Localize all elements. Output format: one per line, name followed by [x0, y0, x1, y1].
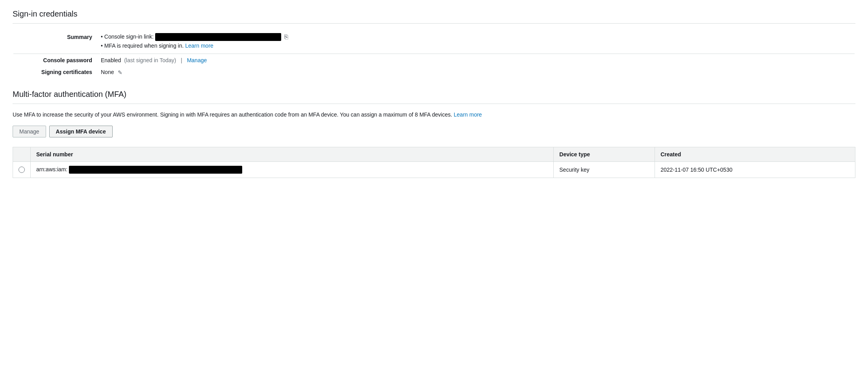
sign-in-credentials-section: Sign-in credentials Summary Console sign… — [13, 9, 855, 79]
table-cell-device-type: Security key — [554, 161, 655, 178]
summary-content: Console sign-in link: ⎘ MFA is required … — [101, 31, 855, 54]
mfa-table-header-row: Serial number Device type Created — [13, 147, 855, 161]
console-signin-url-redacted — [155, 33, 281, 41]
serial-number-redacted — [69, 166, 242, 174]
console-signin-item: Console sign-in link: ⎘ — [101, 33, 850, 41]
table-header-serial-number: Serial number — [31, 147, 554, 161]
mfa-required-item: MFA is required when signing in. Learn m… — [101, 43, 850, 49]
mfa-learn-more-link[interactable]: Learn more — [185, 43, 213, 49]
console-password-label: Console password — [13, 55, 100, 66]
mfa-required-text: MFA is required when signing in. — [104, 43, 184, 49]
edit-icon[interactable]: ✎ — [118, 69, 122, 76]
signing-certificates-value: None — [101, 69, 114, 75]
signing-certificates-row: Signing certificates None ✎ — [13, 67, 855, 78]
row-radio-button[interactable] — [19, 167, 25, 173]
console-password-status: Enabled — [101, 57, 121, 63]
table-header-checkbox — [13, 147, 31, 161]
mfa-section-title: Multi-factor authentication (MFA) — [13, 90, 855, 104]
signing-certificates-content: None ✎ — [101, 67, 855, 78]
console-password-last-signed: (last signed in Today) — [122, 57, 178, 63]
summary-list: Console sign-in link: ⎘ MFA is required … — [101, 33, 850, 49]
pipe-separator: | — [181, 57, 182, 63]
mfa-table: Serial number Device type Created arn:aw… — [13, 147, 855, 178]
signing-certificates-label: Signing certificates — [13, 67, 100, 78]
mfa-section: Multi-factor authentication (MFA) Use MF… — [13, 90, 855, 178]
console-signin-label: Console sign-in link: — [104, 33, 154, 40]
console-password-manage-link[interactable]: Manage — [187, 57, 207, 63]
sign-in-credentials-title: Sign-in credentials — [13, 9, 855, 24]
table-header-device-type: Device type — [554, 147, 655, 161]
table-cell-serial-number: arn:aws:iam: — [31, 161, 554, 178]
mfa-button-group: Manage Assign MFA device — [13, 126, 855, 137]
credentials-table: Summary Console sign-in link: ⎘ MFA is r… — [13, 30, 855, 79]
table-header-created: Created — [655, 147, 855, 161]
table-cell-created: 2022-11-07 16:50 UTC+0530 — [655, 161, 855, 178]
copy-icon[interactable]: ⎘ — [284, 33, 288, 41]
summary-label: Summary — [13, 31, 100, 54]
console-password-content: Enabled (last signed in Today) | Manage — [101, 55, 855, 66]
table-cell-checkbox[interactable] — [13, 161, 31, 178]
mfa-description: Use MFA to increase the security of your… — [13, 110, 855, 119]
table-row: arn:aws:iam: Security key 2022-11-07 16:… — [13, 161, 855, 178]
manage-button[interactable]: Manage — [13, 126, 46, 137]
summary-row: Summary Console sign-in link: ⎘ MFA is r… — [13, 31, 855, 54]
mfa-section-learn-more-link[interactable]: Learn more — [454, 111, 482, 118]
serial-number-prefix: arn:aws:iam: — [36, 166, 67, 172]
console-password-row: Console password Enabled (last signed in… — [13, 55, 855, 66]
assign-mfa-device-button[interactable]: Assign MFA device — [49, 126, 113, 137]
